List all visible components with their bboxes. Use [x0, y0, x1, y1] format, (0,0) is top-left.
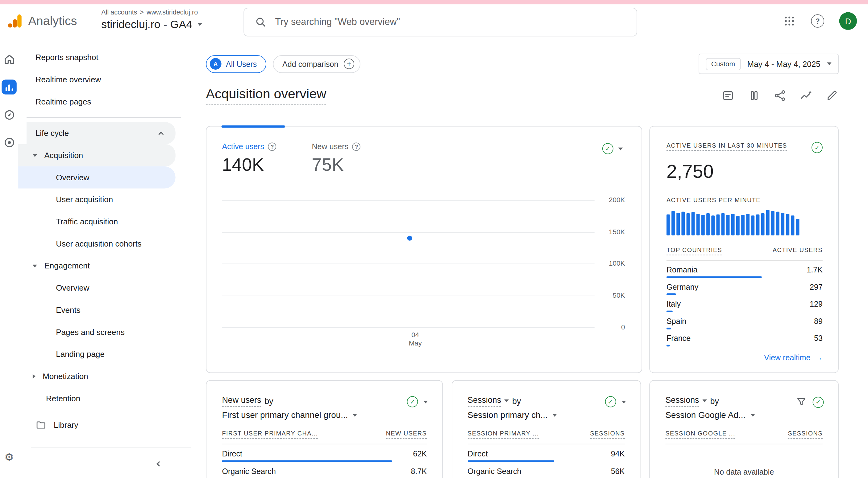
help-icon[interactable]: [352, 142, 361, 151]
minute-bar: [681, 212, 685, 235]
sidebar-item-retention[interactable]: Retention: [18, 387, 191, 410]
sidebar-item-engagement-overview[interactable]: Overview: [18, 277, 191, 299]
sidebar-item-acquisition[interactable]: Acquisition: [18, 144, 175, 166]
gridline: [222, 264, 594, 264]
breadcrumb[interactable]: All accounts > www.stiridecluj.ro: [101, 8, 202, 16]
sidebar-item-pages-and-screens[interactable]: Pages and screens: [18, 321, 191, 343]
share-icon[interactable]: [773, 89, 786, 102]
dimension-dropdown[interactable]: Session Google Ad...: [665, 410, 822, 420]
card-metric-label[interactable]: New users: [222, 395, 261, 407]
breadcrumb-separator: >: [140, 8, 144, 16]
table-row: France 53: [666, 330, 823, 347]
divider: [31, 447, 191, 448]
filter-icon[interactable]: [796, 396, 807, 408]
x-axis-tick: 04 May: [409, 331, 422, 348]
expand-arrow-icon[interactable]: [33, 154, 37, 157]
sidebar-item-label: Realtime pages: [35, 97, 91, 106]
sidebar-item-events[interactable]: Events: [18, 299, 191, 321]
realtime-title: ACTIVE USERS IN LAST 30 MINUTES: [666, 142, 787, 151]
all-users-chip[interactable]: A All Users: [206, 55, 266, 72]
sidebar-item-landing-page[interactable]: Landing page: [18, 343, 191, 365]
collapse-sidebar-button[interactable]: [151, 456, 167, 471]
minute-bar: [756, 214, 760, 235]
edit-icon[interactable]: [826, 89, 839, 102]
card-metric-label[interactable]: Sessions: [665, 395, 699, 407]
sidebar-item-traffic-acquisition[interactable]: Traffic acquisition: [18, 210, 191, 233]
help-icon[interactable]: [811, 14, 824, 28]
card-metric-label[interactable]: Sessions: [467, 395, 501, 407]
sidebar-item-realtime-pages[interactable]: Realtime pages: [18, 91, 191, 113]
add-comparison-button[interactable]: Add comparison: [273, 55, 361, 72]
dimension-dropdown[interactable]: Session primary ch...: [467, 410, 624, 420]
breakdown-table: Direct 62K Organic Search 8.7K: [222, 444, 427, 478]
data-quality-menu[interactable]: [407, 396, 428, 407]
home-icon[interactable]: [2, 52, 17, 67]
data-quality-menu[interactable]: [602, 143, 623, 154]
per-minute-bar-chart: [666, 209, 823, 235]
collapsed-arrow-icon[interactable]: [33, 374, 35, 378]
tab-new-users[interactable]: New users 75K: [312, 142, 361, 175]
admin-gear-icon[interactable]: [0, 451, 18, 464]
trend-chart: 200K 150K 100K 50K 0 04 May: [222, 191, 625, 356]
sidebar-item-acquisition-overview[interactable]: Overview: [18, 166, 175, 189]
country-value: 129: [810, 300, 823, 308]
active-tab-indicator: [222, 126, 285, 128]
report-nav: Reports snapshot Realtime overview Realt…: [18, 40, 191, 478]
add-comparison-label: Add comparison: [282, 60, 339, 68]
tab-active-users[interactable]: Active users 140K: [222, 142, 276, 175]
row-value: 62K: [413, 449, 427, 458]
search-bar[interactable]: [244, 8, 637, 36]
divider: [27, 117, 181, 118]
sidebar-section-life-cycle[interactable]: Life cycle: [27, 122, 176, 144]
notes-icon[interactable]: [721, 89, 735, 102]
expand-arrow-icon[interactable]: [33, 265, 37, 267]
brand[interactable]: Analytics: [7, 13, 77, 29]
title-row: Acquisition overview: [206, 86, 839, 105]
country-value: 1.7K: [807, 265, 823, 274]
minute-bar: [706, 213, 710, 235]
comparison-icon[interactable]: [747, 89, 761, 102]
advertising-icon[interactable]: [2, 135, 17, 150]
minute-bar: [666, 214, 670, 235]
metric-label: New users: [312, 142, 348, 151]
chevron-down-icon: [504, 400, 509, 402]
analytics-app: Analytics All accounts > www.stiridecluj…: [0, 0, 868, 478]
sidebar-item-monetization[interactable]: Monetization: [18, 365, 191, 387]
sessions-by-channel-card: Sessions by Session primary ch... SESSIO…: [452, 380, 641, 478]
data-quality-check-icon[interactable]: [813, 396, 824, 407]
view-realtime-link[interactable]: View realtime→: [666, 353, 823, 362]
breadcrumb-site[interactable]: www.stiridecluj.ro: [147, 8, 198, 16]
property-selector[interactable]: stiridecluj.ro - GA4: [101, 18, 202, 31]
breadcrumb-account[interactable]: All accounts: [101, 8, 137, 16]
insights-icon[interactable]: [800, 89, 813, 102]
data-point[interactable]: [407, 236, 412, 241]
y-axis-tick: 100K: [598, 260, 625, 268]
sidebar-item-reports-snapshot[interactable]: Reports snapshot: [18, 46, 191, 69]
avatar[interactable]: D: [839, 12, 857, 30]
sidebar-item-label: Realtime overview: [35, 75, 101, 84]
apps-grid-icon[interactable]: [783, 14, 796, 28]
dimension-dropdown[interactable]: First user primary channel grou...: [222, 410, 427, 420]
minute-bar: [751, 215, 754, 235]
sidebar-item-engagement[interactable]: Engagement: [18, 255, 191, 277]
chevron-down-icon: [702, 400, 707, 402]
sidebar-item-realtime-overview[interactable]: Realtime overview: [18, 68, 191, 91]
data-quality-check-icon[interactable]: [811, 142, 823, 153]
card-controls[interactable]: [796, 396, 824, 408]
icon-rail: [0, 40, 18, 478]
gridline: [222, 200, 594, 201]
sidebar-item-library[interactable]: Library: [18, 414, 191, 436]
help-icon[interactable]: [268, 142, 277, 151]
country-name: Germany: [666, 282, 698, 291]
minute-bar: [716, 214, 720, 235]
date-range-picker[interactable]: Custom May 4 - May 4, 2025: [699, 54, 839, 74]
sidebar-item-user-acquisition[interactable]: User acquisition: [18, 188, 191, 210]
date-range-label: May 4 - May 4, 2025: [747, 60, 820, 68]
data-quality-menu[interactable]: [605, 396, 626, 407]
folder-icon: [35, 419, 46, 431]
minute-bar: [687, 213, 690, 235]
explore-icon[interactable]: [2, 108, 17, 122]
sidebar-item-user-acquisition-cohorts[interactable]: User acquisition cohorts: [18, 233, 191, 255]
reports-icon[interactable]: [2, 79, 17, 94]
search-input[interactable]: [275, 16, 626, 28]
